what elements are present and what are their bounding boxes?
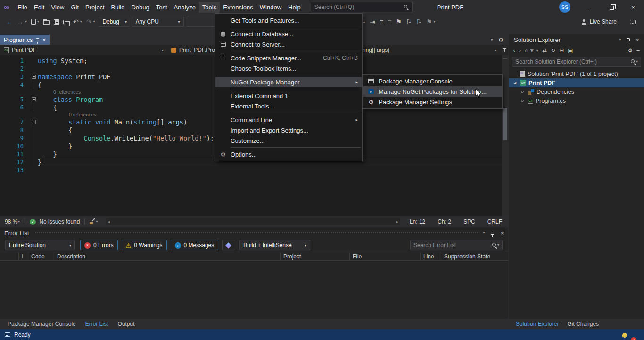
- tools-menu-item-external-command-1[interactable]: External Command 1: [215, 91, 362, 101]
- refresh-icon[interactable]: ↻: [551, 48, 555, 53]
- collapse-region-icon[interactable]: [32, 120, 36, 124]
- tree-item-print-pdf[interactable]: ◢Print PDF: [509, 78, 644, 87]
- vertical-scrollbar[interactable]: [502, 55, 508, 216]
- menubar-item-window[interactable]: Window: [256, 2, 285, 13]
- se-tab-solution-explorer[interactable]: Solution Explorer: [512, 319, 562, 329]
- tools-menu-item-choose-toolbox-items[interactable]: Choose Toolbox Items...: [215, 63, 362, 74]
- close-panel-icon[interactable]: ×: [636, 36, 639, 43]
- nav-back-icon[interactable]: ←: [6, 18, 13, 25]
- menubar-item-build[interactable]: Build: [108, 2, 128, 13]
- undo-caret-icon[interactable]: ▾: [80, 20, 82, 24]
- se-tab-git-changes[interactable]: Git Changes: [563, 319, 603, 329]
- tools-menu-item-customize[interactable]: Customize...: [215, 135, 362, 146]
- comment-icon[interactable]: ≡: [380, 18, 383, 25]
- tools-menu-item-import-and-export-settings[interactable]: Import and Export Settings...: [215, 125, 362, 135]
- window-position-caret-icon[interactable]: ▾: [619, 38, 621, 41]
- close-panel-icon[interactable]: ×: [500, 230, 504, 237]
- line-indicator[interactable]: Ln: 12: [404, 218, 431, 225]
- tools-menu-item-external-tools[interactable]: External Tools...: [215, 101, 362, 111]
- document-health-indicator[interactable]: No issues found: [25, 218, 84, 225]
- code-cleanup-button[interactable]: ▾: [85, 219, 102, 224]
- panel-tab-package-manager-console[interactable]: Package Manager Console: [4, 319, 80, 329]
- pin-icon[interactable]: [36, 38, 39, 41]
- notifications-bell-icon[interactable]: [622, 333, 627, 337]
- errors-filter-toggle[interactable]: 0 Errors: [80, 240, 118, 250]
- split-window-handle[interactable]: [501, 45, 508, 55]
- close-tab-icon[interactable]: ×: [42, 37, 46, 43]
- save-all-icon[interactable]: [63, 20, 67, 24]
- scroll-right-icon[interactable]: ▸: [396, 219, 398, 224]
- menubar-item-help[interactable]: Help: [285, 2, 304, 13]
- menubar-item-git[interactable]: Git: [67, 2, 82, 13]
- minimize-button[interactable]: –: [579, 0, 601, 14]
- intellisense-filter-button[interactable]: [222, 240, 234, 250]
- collapse-all-icon[interactable]: ⊟: [559, 48, 564, 53]
- quick-search-input[interactable]: Search (Ctrl+Q): [311, 2, 413, 12]
- debug-target-combo[interactable]: Debug ▾: [99, 17, 129, 27]
- codelens-references[interactable]: 0 references: [53, 89, 81, 95]
- column-header-description[interactable]: Description: [54, 252, 281, 260]
- bookmark-caret-icon[interactable]: ▾: [434, 20, 436, 24]
- new-file-icon[interactable]: [31, 19, 36, 25]
- menubar-item-extensions[interactable]: Extensions: [220, 2, 256, 13]
- messages-filter-toggle[interactable]: 0 Messages: [171, 240, 219, 250]
- column-header-line[interactable]: Line: [421, 252, 441, 260]
- member-dropdown[interactable]: ring[] args) ▾: [359, 45, 501, 55]
- scroll-left-icon[interactable]: ◂: [107, 219, 110, 224]
- fold-margin[interactable]: [29, 118, 38, 126]
- clear-bookmarks-icon[interactable]: ⚑: [426, 18, 432, 25]
- tab-program-cs[interactable]: Program.cs ×: [0, 35, 50, 45]
- auto-hide-pin-icon[interactable]: [627, 38, 630, 41]
- expanded-arrow-icon[interactable]: ◢: [512, 81, 518, 85]
- open-folder-icon[interactable]: [43, 20, 50, 25]
- source-filter-combo[interactable]: Build + IntelliSense ▾: [239, 240, 310, 250]
- next-bookmark-icon[interactable]: ⚐: [416, 18, 422, 25]
- tools-menu-item-connect-to-server[interactable]: Connect to Server...: [215, 39, 362, 50]
- panel-tab-output[interactable]: Output: [114, 319, 138, 329]
- column-header-suppression-state[interactable]: Suppression State: [441, 252, 508, 260]
- tools-menu-item-nuget-package-manager[interactable]: NuGet Package Manager▸: [215, 77, 362, 87]
- project-dropdown[interactable]: Print PDF ▾: [0, 45, 167, 55]
- close-button[interactable]: ×: [622, 0, 644, 14]
- show-all-files-icon[interactable]: ▣: [568, 48, 573, 53]
- background-tasks-icon[interactable]: [5, 332, 10, 337]
- nuget-submenu-item-package-manager-console[interactable]: Package Manager Console: [363, 76, 502, 86]
- warnings-filter-toggle[interactable]: 0 Warnings: [122, 240, 167, 250]
- collapsed-arrow-icon[interactable]: ▷: [520, 99, 526, 103]
- feedback-icon[interactable]: [630, 20, 636, 24]
- tree-item-dependencies[interactable]: ▷Dependencies: [509, 87, 644, 96]
- collapsed-arrow-icon[interactable]: ▷: [520, 90, 526, 94]
- prev-bookmark-icon[interactable]: ⚐: [406, 18, 412, 25]
- line-ending-indicator[interactable]: CRLF: [481, 218, 508, 225]
- error-list-search-input[interactable]: Search Error List ▾: [410, 240, 503, 250]
- column-header-blank[interactable]: [0, 252, 19, 260]
- nav-history-caret-icon[interactable]: ▾: [25, 20, 27, 24]
- tree-item-solution-print-pdf-1-of-1-project[interactable]: Solution 'Print PDF' (1 of 1 project): [509, 69, 644, 78]
- fold-margin[interactable]: [29, 95, 38, 103]
- error-list-body[interactable]: [0, 261, 508, 319]
- filter-caret-icon[interactable]: ▾: [536, 48, 538, 53]
- se-back-icon[interactable]: ‹: [513, 48, 515, 53]
- tree-item-program-cs[interactable]: ▷Program.cs: [509, 96, 644, 105]
- nuget-submenu-item-manage-nuget-packages-for-solution[interactable]: Manage NuGet Packages for Solution...: [363, 86, 502, 97]
- undo-icon[interactable]: ↶: [73, 18, 79, 25]
- codelens-references[interactable]: 0 references: [69, 112, 96, 117]
- redo-caret-icon[interactable]: ▾: [93, 20, 95, 24]
- uncomment-icon[interactable]: ≡: [388, 18, 391, 25]
- nuget-submenu-item-package-manager-settings[interactable]: Package Manager Settings: [363, 97, 502, 107]
- indent-increase-icon[interactable]: ⇥: [370, 18, 375, 25]
- properties-icon[interactable]: ⚙: [628, 48, 633, 53]
- spaces-indicator[interactable]: SPC: [457, 218, 481, 225]
- column-header-file[interactable]: File: [350, 252, 421, 260]
- window-position-caret-icon[interactable]: ▾: [483, 231, 485, 235]
- auto-hide-pin-icon[interactable]: [491, 232, 494, 235]
- active-files-caret-icon[interactable]: ▾: [491, 38, 493, 42]
- tools-menu-item-get-tools-and-features[interactable]: Get Tools and Features...: [215, 15, 362, 25]
- column-header-project[interactable]: Project: [281, 252, 350, 260]
- unload-project-icon[interactable]: –: [636, 48, 640, 53]
- tools-menu-item-code-snippets-manager[interactable]: Code Snippets Manager...Ctrl+K, Ctrl+B: [215, 53, 362, 63]
- panel-tab-error-list[interactable]: Error List: [82, 319, 112, 329]
- toggle-bookmark-icon[interactable]: ⚑: [396, 18, 402, 25]
- tools-menu-item-command-line[interactable]: Command Line▸: [215, 115, 362, 125]
- solution-platform-combo[interactable]: Any CPU ▾: [132, 17, 184, 27]
